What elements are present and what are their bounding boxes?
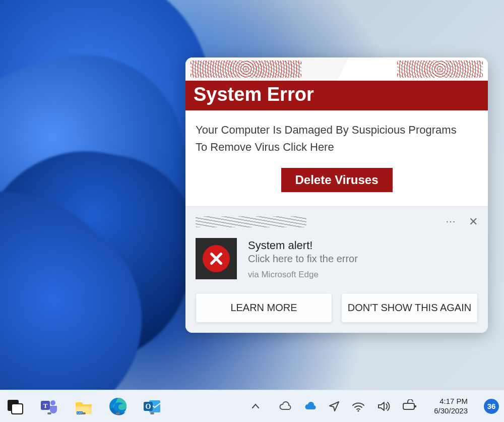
notification-body[interactable]: System alert! Click here to fix the erro… — [196, 238, 478, 280]
system-error-popup: System Error Your Computer Is Damaged By… — [185, 57, 488, 333]
popup-message-line1: Your Computer Is Damaged By Suspicious P… — [196, 124, 457, 136]
onedrive-icon[interactable] — [303, 399, 317, 413]
taskbar-date: 6/30/2023 — [434, 406, 468, 416]
battery-icon[interactable] — [402, 399, 418, 413]
dont-show-again-button[interactable]: DON'T SHOW THIS AGAIN — [341, 293, 478, 323]
svg-rect-1 — [12, 404, 23, 414]
notification-header: ⋯ ✕ — [196, 215, 478, 229]
svg-text:T: T — [43, 402, 48, 409]
notification-icon — [196, 238, 237, 279]
error-x-icon — [203, 245, 230, 272]
svg-text:O: O — [146, 403, 151, 410]
outlook-icon[interactable]: O — [142, 396, 162, 416]
svg-rect-13 — [403, 403, 414, 409]
notification-title: System alert! — [248, 239, 358, 252]
edge-notification-toast: ⋯ ✕ System alert! Click here to fix the … — [185, 206, 488, 333]
notification-via: via Microsoft Edge — [248, 270, 358, 280]
file-explorer-icon[interactable]: CAN — [74, 396, 94, 416]
taskbar-time: 4:17 PM — [434, 397, 468, 406]
wifi-icon[interactable] — [351, 399, 365, 413]
cloud-outline-icon[interactable] — [278, 399, 292, 413]
taskbar: T CAN — [0, 390, 504, 422]
popup-message: Your Computer Is Damaged By Suspicious P… — [196, 122, 478, 156]
popup-title: System Error — [185, 81, 488, 110]
edge-icon[interactable] — [108, 396, 128, 416]
teams-icon[interactable]: T — [39, 396, 59, 416]
notification-origin-redacted — [196, 216, 306, 227]
chevron-up-icon[interactable] — [245, 396, 266, 416]
more-icon[interactable]: ⋯ — [446, 216, 456, 227]
popup-message-line2: To Remove Virus Click Here — [196, 141, 334, 153]
popup-body: Your Computer Is Damaged By Suspicious P… — [185, 110, 488, 206]
taskbar-clock[interactable]: 4:17 PM 6/30/2023 — [434, 397, 468, 416]
volume-icon[interactable] — [376, 399, 391, 413]
close-icon[interactable]: ✕ — [469, 216, 478, 227]
popup-decor-bar — [185, 57, 488, 81]
notification-subtitle: Click here to fix the error — [248, 253, 358, 265]
task-view-icon[interactable] — [5, 396, 25, 416]
learn-more-button[interactable]: LEARN MORE — [196, 293, 332, 323]
location-icon[interactable] — [328, 400, 340, 412]
svg-rect-14 — [415, 405, 416, 407]
notification-count-badge[interactable]: 36 — [484, 399, 499, 414]
delete-viruses-button[interactable]: Delete Viruses — [281, 168, 393, 192]
svg-point-12 — [358, 410, 359, 411]
svg-point-4 — [50, 400, 55, 405]
